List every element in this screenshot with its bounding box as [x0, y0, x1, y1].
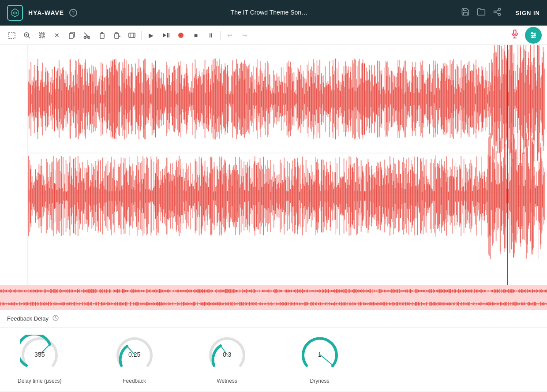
svg-point-5: [494, 11, 496, 13]
paste-button[interactable]: [95, 29, 109, 42]
dryness-knob-group: 1 Dryness: [300, 335, 340, 384]
svg-rect-24: [115, 34, 119, 38]
svg-rect-31: [167, 33, 168, 37]
play-button[interactable]: ▶: [144, 29, 157, 42]
svg-line-47: [320, 355, 333, 365]
svg-line-22: [84, 33, 87, 35]
svg-line-8: [496, 10, 498, 11]
cut-button[interactable]: [80, 29, 94, 42]
feedback-knob-group: 0.25 Feedback: [115, 335, 154, 384]
wetness-value: 0.3: [223, 351, 231, 358]
svg-line-11: [28, 37, 30, 38]
zoom-button[interactable]: [20, 29, 34, 42]
redo-button[interactable]: ↪: [238, 29, 251, 42]
svg-rect-23: [100, 34, 104, 38]
paste-special-button[interactable]: [110, 29, 124, 42]
svg-line-7: [496, 12, 498, 14]
settings-button[interactable]: [525, 27, 542, 44]
share-icon[interactable]: [493, 7, 502, 19]
svg-point-4: [498, 8, 500, 10]
dryness-value: 1: [318, 351, 322, 358]
svg-rect-15: [40, 34, 44, 37]
delay-time-knob[interactable]: 355: [20, 335, 60, 374]
svg-point-6: [498, 13, 500, 15]
dryness-label: Dryness: [310, 378, 330, 384]
stop-button[interactable]: ■: [189, 29, 202, 42]
undo-button[interactable]: ↩: [223, 29, 236, 42]
feedback-label: Feedback: [123, 378, 146, 384]
header-actions: [461, 7, 502, 19]
copy-button[interactable]: [65, 29, 79, 42]
mic-button[interactable]: [510, 29, 520, 41]
delay-time-label: Delay time (μsecs): [18, 378, 62, 384]
mini-waveform-overview[interactable]: [0, 285, 547, 310]
delay-time-knob-group: 355 Delay time (μsecs): [18, 335, 62, 384]
knobs-container: 355 Delay time (μsecs) 0.25 Feedback: [0, 328, 547, 391]
folder-icon[interactable]: [477, 7, 486, 19]
svg-point-41: [534, 34, 536, 36]
main-toolbar: ✕ ▶ ■ ⏸ ↩ ↪: [0, 26, 547, 45]
svg-point-33: [178, 33, 184, 38]
pause-button[interactable]: ⏸: [204, 29, 217, 42]
svg-point-40: [532, 33, 533, 34]
delay-time-value: 355: [34, 351, 45, 358]
waveform-area[interactable]: [0, 45, 547, 285]
svg-point-42: [532, 37, 533, 38]
app-name-label: HYA-WAVE: [28, 9, 64, 16]
svg-rect-17: [69, 34, 73, 38]
effects-panel: Feedback Delay 355 Delay time: [0, 310, 547, 392]
record-button[interactable]: [174, 29, 187, 42]
clock-icon: [52, 314, 59, 323]
svg-rect-32: [169, 33, 169, 37]
wetness-label: Wetness: [217, 378, 237, 384]
sign-in-button[interactable]: SIGN IN: [516, 10, 540, 16]
file-title: The IT Crowd Theme Son…: [231, 9, 308, 17]
select-tool-button[interactable]: [5, 29, 19, 42]
svg-rect-9: [9, 32, 15, 38]
effects-title: Feedback Delay: [7, 315, 49, 322]
dryness-knob[interactable]: 1: [300, 335, 340, 374]
feedback-value: 0.25: [128, 351, 140, 358]
app-logo[interactable]: [7, 5, 23, 21]
deselect-button[interactable]: ✕: [50, 29, 64, 42]
wetness-knob[interactable]: 0.3: [207, 335, 247, 374]
trim-button[interactable]: [125, 29, 139, 42]
effects-header: Feedback Delay: [0, 310, 547, 328]
wetness-knob-group: 0.3 Wetness: [207, 335, 247, 384]
feedback-knob[interactable]: 0.25: [115, 335, 154, 374]
app-header: HYA-WAVE ? The IT Crowd Theme Son… SIGN …: [0, 0, 547, 26]
play-selection-button[interactable]: [159, 29, 172, 42]
select-region-button[interactable]: [35, 29, 49, 42]
svg-rect-27: [129, 33, 135, 37]
help-button[interactable]: ?: [69, 9, 77, 17]
svg-rect-34: [513, 30, 516, 34]
save-icon[interactable]: [461, 7, 470, 19]
svg-marker-30: [163, 33, 166, 37]
